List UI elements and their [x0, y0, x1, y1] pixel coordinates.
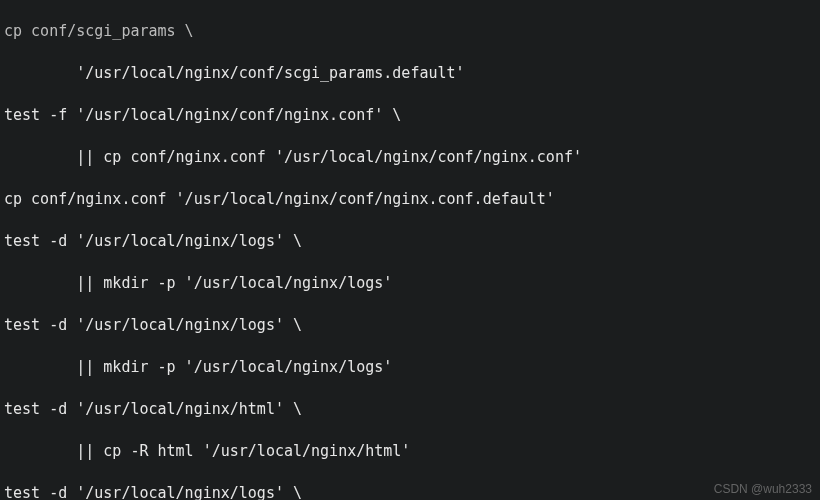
output-line: || mkdir -p '/usr/local/nginx/logs'	[4, 273, 815, 294]
output-line: test -d '/usr/local/nginx/logs' \	[4, 483, 815, 500]
output-line: test -d '/usr/local/nginx/html' \	[4, 399, 815, 420]
output-line: || cp conf/nginx.conf '/usr/local/nginx/…	[4, 147, 815, 168]
output-line: test -d '/usr/local/nginx/logs' \	[4, 315, 815, 336]
output-line: cp conf/nginx.conf '/usr/local/nginx/con…	[4, 189, 815, 210]
terminal-window[interactable]: cp conf/scgi_params \ '/usr/local/nginx/…	[0, 0, 820, 500]
output-line: test -d '/usr/local/nginx/logs' \	[4, 231, 815, 252]
watermark-text: CSDN @wuh2333	[714, 482, 812, 496]
output-line: cp conf/scgi_params \	[4, 21, 815, 42]
output-line: || mkdir -p '/usr/local/nginx/logs'	[4, 357, 815, 378]
output-line: || cp -R html '/usr/local/nginx/html'	[4, 441, 815, 462]
output-line: test -f '/usr/local/nginx/conf/nginx.con…	[4, 105, 815, 126]
output-line: '/usr/local/nginx/conf/scgi_params.defau…	[4, 63, 815, 84]
